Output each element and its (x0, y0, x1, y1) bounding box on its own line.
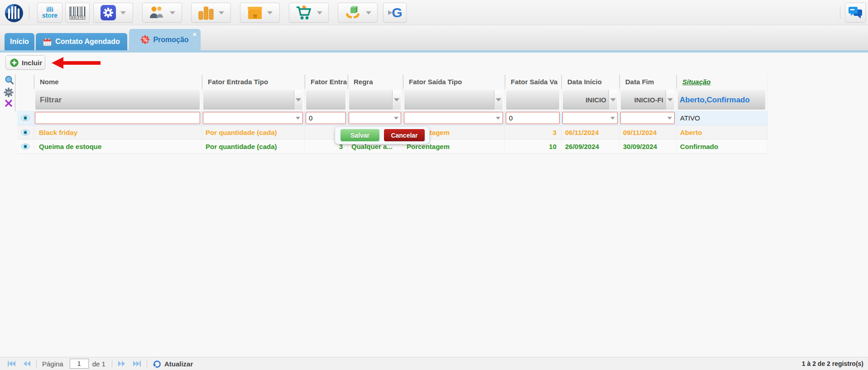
chevron-down-icon (267, 11, 273, 14)
chevron-down-icon (394, 98, 399, 101)
filter-fator-entrada-tipo[interactable] (203, 90, 302, 110)
new-row-fator-entrada-valor-input[interactable] (306, 112, 346, 124)
view-row-button[interactable] (17, 125, 34, 139)
grid-new-row: ATIVO (17, 111, 767, 125)
chevron-down-icon (296, 98, 301, 101)
cell-fator-entrada-tipo: Por quantidade (cada) (202, 125, 305, 139)
column-header-fator-saida-valor[interactable]: Fator Saída Va (505, 75, 561, 89)
pager-bar: Página de 1 Atualizar 1 à 2 de 2 reg (0, 357, 868, 370)
close-icon[interactable]: × (192, 31, 197, 38)
tab-inicio[interactable]: Início (5, 33, 34, 50)
new-row-fator-entrada-tipo-select[interactable] (203, 112, 303, 124)
view-row-button[interactable] (17, 111, 34, 125)
active-tab-strip (0, 50, 868, 53)
last-page-button[interactable] (131, 359, 143, 368)
top-toolbar: illi store BOLETO (0, 0, 868, 25)
application-window: illi store BOLETO (0, 0, 868, 370)
filter-fator-entrada-valor[interactable] (306, 90, 345, 110)
cell-fator-saida-valor: 10 (505, 139, 561, 154)
view-row-button[interactable] (17, 139, 34, 154)
cell-data-fim: 30/09/2024 (619, 139, 676, 154)
filter-regra[interactable] (349, 90, 401, 110)
grid-search-button[interactable] (5, 75, 14, 87)
filter-fator-saida-valor[interactable] (506, 90, 559, 110)
column-header-nome[interactable]: Nome (34, 75, 202, 89)
previous-page-icon (23, 360, 30, 367)
incluir-button[interactable]: Incluir (5, 55, 45, 70)
stock-menu-button[interactable] (240, 3, 280, 23)
new-row-fator-saida-valor-input[interactable] (506, 112, 560, 124)
dropdown-arrow-button[interactable] (494, 90, 503, 110)
save-button[interactable]: Salvar (340, 129, 379, 141)
illi-store-label-bottom: store (42, 13, 58, 19)
people-menu-button[interactable] (142, 3, 182, 23)
previous-page-button[interactable] (21, 359, 33, 368)
column-header-fator-entrada-tipo[interactable]: Fator Entrada Tipo (202, 75, 305, 89)
tab-bar: Início Contato Agendado (0, 26, 868, 50)
new-row-nome-input[interactable] (35, 112, 200, 124)
filter-data-fim[interactable]: INICIO-FI (621, 90, 674, 110)
next-page-icon (118, 360, 125, 367)
incluir-label: Incluir (22, 59, 42, 67)
cancel-button[interactable]: Cancelar (384, 129, 425, 141)
chevron-down-icon (610, 98, 616, 101)
chevron-down-icon (317, 11, 322, 14)
next-page-button[interactable] (116, 359, 128, 368)
first-page-button[interactable] (5, 359, 17, 368)
first-page-icon (7, 360, 15, 367)
refresh-button[interactable]: Atualizar (153, 360, 193, 368)
new-row-fator-saida-tipo-select[interactable] (404, 112, 503, 124)
dropdown-arrow-button[interactable] (609, 90, 617, 110)
shopping-cart-icon (295, 5, 312, 21)
column-header-fator-entrada-valor[interactable]: Fator Entra (305, 75, 348, 89)
filter-situacao[interactable]: Aberto,Confirmado (678, 90, 765, 110)
boleto-button[interactable]: BOLETO (65, 3, 90, 23)
dropdown-arrow-button[interactable] (666, 90, 674, 110)
column-header-situacao[interactable]: Situação (676, 75, 767, 89)
coins-icon (198, 5, 214, 20)
column-header-data-inicio[interactable]: Data Início (561, 75, 619, 89)
new-row-regra-select[interactable] (349, 112, 401, 124)
tab-promocao[interactable]: Promoção × (129, 29, 201, 50)
column-header-fator-saida-tipo[interactable]: Fator Saída Tipo (403, 75, 505, 89)
last-page-icon (133, 360, 141, 367)
column-header-data-fim[interactable]: Data Fim (619, 75, 676, 89)
tab-label: Contato Agendado (55, 38, 120, 46)
column-header-regra[interactable]: Regra (348, 75, 403, 89)
chevron-down-icon (120, 11, 126, 14)
toolbar-divider (29, 6, 29, 19)
eye-icon (21, 130, 30, 135)
page-of-label: de 1 (92, 360, 106, 368)
new-row-data-fim-select[interactable] (620, 112, 675, 124)
filter-data-inicio[interactable]: INICIO (563, 90, 617, 110)
products-menu-button[interactable] (338, 3, 378, 23)
sales-menu-button[interactable] (289, 3, 329, 23)
grid-filter-row: Filtrar INICIO (17, 89, 767, 111)
page-label: Página (42, 360, 63, 368)
pager-divider (36, 360, 37, 367)
chevron-down-icon (170, 11, 175, 14)
red-arrow-annotation (52, 57, 63, 69)
new-row-data-inicio-select[interactable] (562, 112, 618, 124)
illi-logo-icon (4, 3, 24, 24)
finance-menu-button[interactable] (191, 3, 231, 23)
filter-fator-saida-tipo[interactable] (404, 90, 503, 110)
grid-api-settings-button[interactable]: API (4, 87, 14, 99)
chevron-down-icon (219, 11, 224, 14)
tab-label: Início (10, 38, 29, 46)
dropdown-arrow-button[interactable] (392, 90, 401, 110)
cell-situacao: Aberto (676, 125, 767, 139)
tab-contato-agendado[interactable]: Contato Agendado (36, 33, 127, 50)
page-number-input[interactable] (70, 359, 89, 369)
svg-text:API: API (7, 91, 11, 94)
gear-icon (101, 5, 116, 20)
chat-button[interactable] (845, 3, 866, 23)
illi-store-button[interactable]: illi store (37, 3, 62, 23)
filter-situacao-value: Aberto,Confirmado (678, 90, 765, 110)
settings-menu-button[interactable] (93, 3, 133, 23)
chat-bubbles-icon (848, 5, 863, 20)
dropdown-arrow-button[interactable] (294, 90, 302, 110)
filter-nome[interactable]: Filtrar (35, 90, 200, 110)
grid-clear-filter-button[interactable] (4, 99, 13, 110)
sync-google-button[interactable]: G (383, 3, 407, 23)
